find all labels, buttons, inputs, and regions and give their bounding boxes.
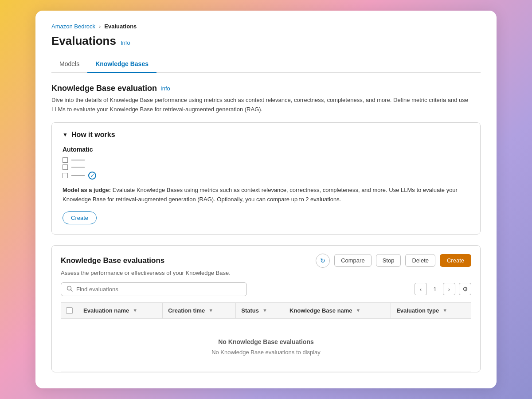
- model-judge-text: Model as a judge: Evaluate Knowledge Bas…: [63, 186, 469, 204]
- sort-icon-kb-name: ▼: [356, 308, 361, 313]
- refresh-button[interactable]: ↻: [316, 254, 330, 268]
- pagination-controls: ‹ 1 › ⚙: [415, 283, 471, 295]
- col-label-kb-name: Knowledge Base name: [289, 307, 352, 314]
- page-info-link[interactable]: Info: [121, 39, 130, 46]
- triangle-icon: ▼: [63, 132, 68, 138]
- eval-table-header: Knowledge Base evaluations ↻ Compare Sto…: [61, 254, 471, 268]
- svg-line-1: [71, 289, 73, 291]
- sort-icon-status: ▼: [262, 308, 267, 313]
- step-line-3: [71, 175, 85, 176]
- col-header-kb-name[interactable]: Knowledge Base name ▼: [284, 302, 391, 318]
- page-title: Evaluations: [51, 34, 116, 48]
- step-line-1: [71, 160, 85, 160]
- kb-eval-heading-row: Knowledge Base evaluation Info: [51, 84, 481, 93]
- col-label-eval-type: Evaluation type: [396, 307, 439, 314]
- breadcrumb: Amazon Bedrock › Evaluations: [51, 23, 481, 30]
- automatic-label: Automatic: [63, 146, 469, 153]
- step-line-2: [71, 167, 85, 168]
- breadcrumb-current: Evaluations: [104, 23, 137, 30]
- step-item-3: ✓: [63, 172, 469, 180]
- select-all-checkbox[interactable]: [66, 307, 73, 314]
- col-header-eval-type[interactable]: Evaluation type ▼: [391, 302, 471, 318]
- how-it-works-label: How it works: [71, 131, 115, 139]
- eval-table-title: Knowledge Base evaluations: [61, 256, 164, 265]
- step-box-1: [63, 157, 68, 163]
- col-label-evaluation-name: Evaluation name: [83, 307, 129, 314]
- step-box-3: [63, 173, 68, 178]
- empty-state-title: No Knowledge Base evaluations: [71, 338, 461, 345]
- step-list: ✓: [63, 157, 469, 180]
- kb-eval-description: Dive into the details of Knowledge Base …: [51, 96, 481, 114]
- page-title-row: Evaluations Info: [51, 34, 481, 48]
- tab-models[interactable]: Models: [51, 56, 87, 73]
- stop-button[interactable]: Stop: [376, 254, 401, 267]
- step-circle-check: ✓: [88, 172, 96, 180]
- table-header-row: Evaluation name ▼ Creation time ▼ Status: [61, 302, 471, 318]
- eval-table-section: Knowledge Base evaluations ↻ Compare Sto…: [51, 245, 481, 372]
- search-input[interactable]: [76, 286, 241, 293]
- empty-state: No Knowledge Base evaluations No Knowled…: [66, 324, 466, 366]
- col-label-creation-time: Creation time: [168, 307, 205, 314]
- sort-icon-evaluation-name: ▼: [133, 308, 137, 313]
- pagination-next-button[interactable]: ›: [443, 283, 455, 295]
- empty-state-subtitle: No Knowledge Base evaluations to display: [71, 349, 461, 356]
- col-header-evaluation-name[interactable]: Evaluation name ▼: [78, 302, 163, 318]
- compare-button[interactable]: Compare: [334, 254, 371, 267]
- tabs-bar: Models Knowledge Bases: [51, 56, 481, 73]
- pagination-prev-button[interactable]: ‹: [415, 283, 427, 295]
- breadcrumb-parent-link[interactable]: Amazon Bedrock: [51, 23, 95, 30]
- how-it-works-create-button[interactable]: Create: [63, 211, 97, 224]
- eval-table: Evaluation name ▼ Creation time ▼ Status: [61, 302, 471, 372]
- eval-table-subtitle: Assess the performance or effectiveness …: [61, 270, 471, 276]
- search-icon: [66, 286, 73, 293]
- table-settings-button[interactable]: ⚙: [459, 283, 471, 295]
- create-eval-button[interactable]: Create: [440, 254, 471, 267]
- model-judge-bold: Model as a judge:: [63, 187, 111, 193]
- search-pagination-row: ‹ 1 › ⚙: [61, 282, 471, 296]
- step-item-2: [63, 164, 469, 170]
- pagination-page-number: 1: [430, 286, 439, 293]
- select-all-header[interactable]: [61, 302, 78, 318]
- delete-button[interactable]: Delete: [405, 254, 435, 267]
- col-label-status: Status: [241, 307, 259, 314]
- kb-eval-heading: Knowledge Base evaluation: [51, 84, 157, 93]
- breadcrumb-separator: ›: [99, 23, 101, 30]
- tab-knowledge-bases[interactable]: Knowledge Bases: [87, 56, 156, 73]
- step-item-1: [63, 157, 469, 163]
- model-judge-rest: Evaluate Knowledge Bases using metrics s…: [63, 187, 458, 203]
- col-header-creation-time[interactable]: Creation time ▼: [163, 302, 236, 318]
- step-box-2: [63, 164, 68, 170]
- how-it-works-title: ▼ How it works: [63, 131, 469, 139]
- search-input-wrap[interactable]: [61, 282, 247, 296]
- refresh-icon: ↻: [320, 257, 325, 264]
- col-header-status[interactable]: Status ▼: [236, 302, 284, 318]
- empty-state-row: No Knowledge Base evaluations No Knowled…: [61, 318, 471, 372]
- sort-icon-creation-time: ▼: [208, 308, 213, 313]
- eval-table-actions: ↻ Compare Stop Delete Create: [316, 254, 471, 268]
- how-it-works-box: ▼ How it works Automatic ✓ Model as a ju…: [51, 122, 481, 235]
- sort-icon-eval-type: ▼: [442, 308, 447, 313]
- main-card: Amazon Bedrock › Evaluations Evaluations…: [35, 11, 497, 388]
- kb-eval-info-link[interactable]: Info: [160, 85, 170, 92]
